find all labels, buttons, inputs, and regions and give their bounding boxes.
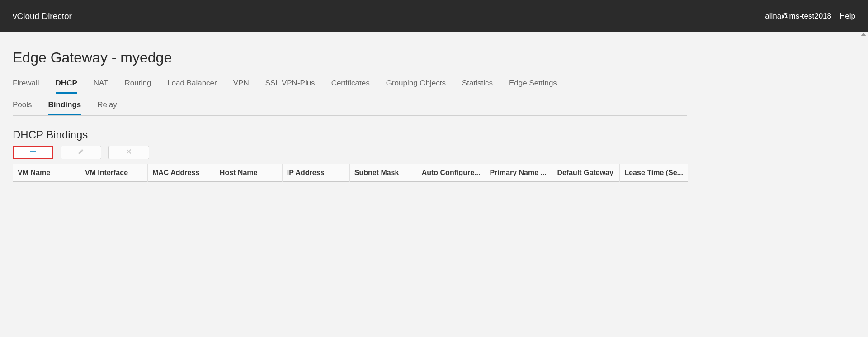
subtab-bindings[interactable]: Bindings xyxy=(48,100,81,115)
col-mac-address[interactable]: MAC Address xyxy=(147,164,215,182)
col-ip-address[interactable]: IP Address xyxy=(282,164,349,182)
user-label[interactable]: alina@ms-test2018 xyxy=(765,12,831,21)
header-divider xyxy=(156,0,156,32)
tab-edge-settings[interactable]: Edge Settings xyxy=(509,77,557,94)
col-lease-time[interactable]: Lease Time (Se... xyxy=(620,164,688,182)
tab-grouping-objects[interactable]: Grouping Objects xyxy=(386,77,446,94)
main-tabs: Firewall DHCP NAT Routing Load Balancer … xyxy=(13,77,687,94)
brand-title: vCloud Director xyxy=(13,11,72,21)
scroll-up-icon[interactable] xyxy=(861,33,866,36)
close-icon xyxy=(126,148,132,157)
toolbar xyxy=(13,146,703,159)
section-title: DHCP Bindings xyxy=(13,128,703,141)
subtab-relay[interactable]: Relay xyxy=(97,100,117,115)
col-primary-name[interactable]: Primary Name ... xyxy=(485,164,552,182)
col-default-gateway[interactable]: Default Gateway xyxy=(552,164,620,182)
tab-dhcp[interactable]: DHCP xyxy=(56,77,77,94)
sub-tabs: Pools Bindings Relay xyxy=(13,94,687,116)
col-vm-interface[interactable]: VM Interface xyxy=(80,164,147,182)
col-vm-name[interactable]: VM Name xyxy=(13,164,80,182)
page-title: Edge Gateway - myedge xyxy=(13,49,703,66)
content-area: Edge Gateway - myedge Firewall DHCP NAT … xyxy=(0,49,703,182)
bindings-table: VM Name VM Interface MAC Address Host Na… xyxy=(13,164,688,182)
tab-nat[interactable]: NAT xyxy=(94,77,108,94)
edit-icon xyxy=(78,148,84,157)
tab-certificates[interactable]: Certificates xyxy=(331,77,370,94)
delete-button[interactable] xyxy=(108,146,149,159)
add-button[interactable] xyxy=(13,146,53,159)
app-header: vCloud Director alina@ms-test2018 Help xyxy=(0,0,868,32)
col-host-name[interactable]: Host Name xyxy=(215,164,282,182)
tab-vpn[interactable]: VPN xyxy=(233,77,249,94)
tab-ssl-vpn-plus[interactable]: SSL VPN-Plus xyxy=(265,77,315,94)
col-subnet-mask[interactable]: Subnet Mask xyxy=(349,164,417,182)
tab-load-balancer[interactable]: Load Balancer xyxy=(167,77,217,94)
help-link[interactable]: Help xyxy=(840,12,855,21)
col-auto-configure[interactable]: Auto Configure... xyxy=(417,164,485,182)
plus-icon xyxy=(30,148,36,157)
tab-statistics[interactable]: Statistics xyxy=(462,77,493,94)
tab-routing[interactable]: Routing xyxy=(124,77,151,94)
subtab-pools[interactable]: Pools xyxy=(13,100,32,115)
table-header-row: VM Name VM Interface MAC Address Host Na… xyxy=(13,164,688,182)
edit-button[interactable] xyxy=(61,146,101,159)
tab-firewall[interactable]: Firewall xyxy=(13,77,39,94)
header-right: alina@ms-test2018 Help xyxy=(765,12,855,21)
